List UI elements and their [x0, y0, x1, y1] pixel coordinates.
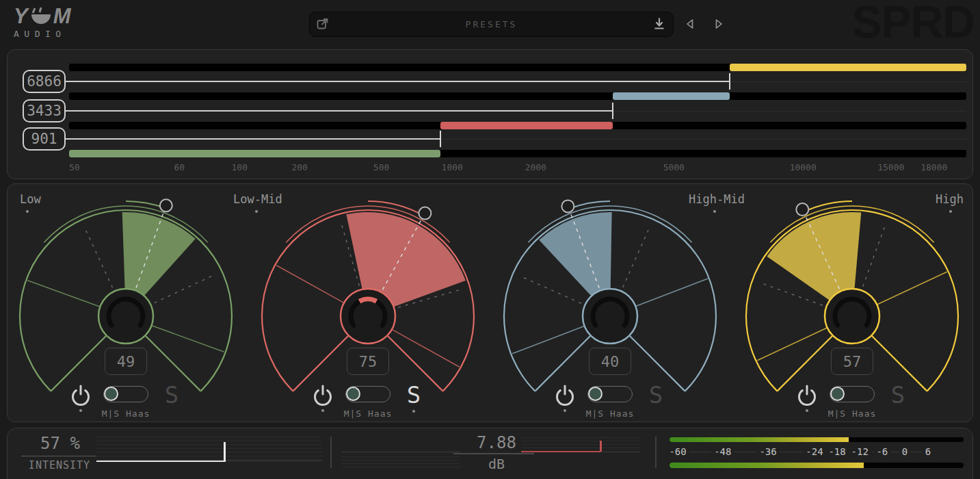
- knob-tick-low-mid: [360, 299, 377, 301]
- gain-pos-rib-3: [521, 448, 640, 448]
- meter-bar-left-fill: [670, 437, 849, 442]
- gain-rule: [453, 453, 534, 454]
- gain-neg-rib-0: [341, 456, 460, 457]
- freq-tick-label-200: 200: [291, 162, 307, 172]
- brand-logo: Y M AUDIO: [14, 5, 72, 39]
- gain-neg-rib-1: [341, 460, 460, 461]
- ms-haas-label-high: M|S Haas: [804, 409, 900, 419]
- toggle-knob-low[interactable]: [104, 387, 118, 401]
- limit-line-left-high-mid: [512, 326, 584, 354]
- width-value-high-mid[interactable]: 40: [589, 348, 631, 375]
- save-preset-icon[interactable]: [652, 16, 666, 33]
- crossover-handle-3433[interactable]: [612, 103, 613, 119]
- band-range-high-mid[interactable]: [613, 92, 730, 100]
- freq-tick-label-10000: 10000: [790, 162, 817, 172]
- toggle-knob-high-mid[interactable]: [588, 387, 602, 401]
- gain-neg-centerline: [341, 452, 460, 452]
- gain-pos-rib-0: [521, 437, 640, 438]
- crossover-freq-box-6866[interactable]: 6866: [23, 70, 66, 93]
- brand-letter-m: M: [53, 6, 72, 27]
- meter-scale--6: -6: [873, 446, 890, 457]
- solo-button-low-mid[interactable]: S: [401, 381, 426, 409]
- solo-button-high[interactable]: S: [886, 381, 910, 409]
- gauge-cell-low: 49M|S HaasS: [5, 184, 247, 423]
- power-button-low-mid[interactable]: [311, 383, 334, 408]
- ms-haas-toggle-high-mid[interactable]: [587, 386, 633, 402]
- rotation-handle-high-mid[interactable]: [561, 200, 574, 212]
- gain-neg-rib-3: [341, 467, 460, 467]
- gain-slider-handle[interactable]: [600, 441, 602, 452]
- meter-scale--36: -36: [756, 446, 779, 457]
- freq-tick-label-2000: 2000: [525, 162, 546, 172]
- crossover-freq-box-3433[interactable]: 3433: [23, 99, 66, 122]
- meter-scale-6: 6: [923, 446, 933, 457]
- gauge-cell-high-mid: 40M|S HaasS: [489, 184, 731, 423]
- intensity-rib-1: [96, 441, 322, 441]
- ms-haas-label-low-mid: M|S Haas: [320, 409, 416, 419]
- gauge-cell-low-mid: 75M|S HaasS: [247, 184, 489, 423]
- freq-tick-label-60: 60: [174, 162, 185, 172]
- limit-line-left-high: [757, 328, 827, 360]
- rotation-handle-high[interactable]: [796, 203, 808, 216]
- freq-tick-label-5000: 5000: [663, 162, 685, 172]
- meter-scale-0: 0: [899, 446, 910, 457]
- limit-line-right-low: [153, 326, 224, 352]
- guide-dash-right-low: [155, 274, 216, 303]
- intensity-rib-2: [96, 444, 322, 445]
- bowl-icon: [29, 5, 53, 26]
- intensity-rib-3: [96, 448, 322, 449]
- prev-preset-button[interactable]: [684, 18, 696, 30]
- gain-slider[interactable]: [521, 451, 600, 452]
- band-splitter-panel: 6866343390150601002005001000200050001000…: [7, 49, 973, 179]
- crossover-handle-901[interactable]: [440, 131, 441, 147]
- footer-panel: 57 % INTENSITY 7.88 dB -60-48-36-24-18-1…: [7, 428, 973, 479]
- width-value-low-mid[interactable]: 75: [347, 348, 389, 375]
- crossover-line-6866: [59, 81, 730, 82]
- meter-scale--48: -48: [711, 446, 734, 457]
- plugin-window: Y M AUDIO PRESETS SPRD 6866343390150: [0, 0, 980, 479]
- meter-scale--60: -60: [666, 446, 689, 457]
- export-icon[interactable]: [316, 17, 330, 31]
- width-value-low[interactable]: 49: [105, 348, 147, 375]
- ms-haas-label-low: M|S Haas: [78, 409, 174, 419]
- power-button-high[interactable]: [795, 383, 819, 408]
- solo-button-high-mid[interactable]: S: [644, 381, 668, 409]
- width-value-high[interactable]: 57: [831, 348, 873, 375]
- power-button-low[interactable]: [69, 383, 92, 408]
- gain-value[interactable]: 7.88: [445, 433, 548, 452]
- meter-bar-left-track: [670, 437, 964, 442]
- band-range-low[interactable]: [69, 150, 440, 157]
- band-range-high[interactable]: [730, 64, 966, 71]
- ms-haas-toggle-low-mid[interactable]: [345, 386, 390, 402]
- brand-audio-text: AUDIO: [14, 29, 72, 39]
- intensity-slider-handle[interactable]: [224, 442, 226, 462]
- guide-dash-right-high: [863, 223, 886, 287]
- solo-button-low[interactable]: S: [159, 381, 184, 409]
- band-range-low-mid[interactable]: [440, 122, 613, 129]
- footer-separator-2: [655, 437, 657, 468]
- brand-letter-y: Y: [14, 6, 29, 27]
- brand-wordmark: Y M: [14, 5, 72, 27]
- next-preset-button[interactable]: [713, 18, 725, 30]
- rotation-handle-low[interactable]: [160, 199, 172, 211]
- limit-line-right-high: [877, 272, 947, 304]
- ms-haas-toggle-high[interactable]: [830, 386, 875, 402]
- intensity-value[interactable]: 57 %: [23, 434, 98, 453]
- solo-active-dot-low-mid: [412, 410, 415, 413]
- intensity-slider[interactable]: [96, 461, 224, 462]
- presets-dropdown[interactable]: PRESETS: [309, 12, 674, 37]
- freq-tick-label-500: 500: [373, 162, 389, 172]
- gain-pos-rib-2: [521, 444, 640, 445]
- power-button-high-mid[interactable]: [553, 383, 577, 408]
- crossover-freq-box-901[interactable]: 901: [23, 127, 66, 151]
- meter-scale--18: -18: [825, 446, 848, 457]
- freq-tick-label-100: 100: [232, 162, 248, 172]
- toggle-knob-high[interactable]: [830, 387, 845, 401]
- toggle-knob-low-mid[interactable]: [346, 387, 360, 401]
- freq-tick-label-15000: 15000: [877, 162, 904, 172]
- crossover-handle-6866[interactable]: [729, 73, 730, 90]
- meter-scale--12: -12: [849, 446, 871, 457]
- intensity-rib-5: [96, 456, 322, 456]
- rotation-handle-low-mid[interactable]: [419, 207, 431, 220]
- ms-haas-toggle-low[interactable]: [103, 386, 148, 402]
